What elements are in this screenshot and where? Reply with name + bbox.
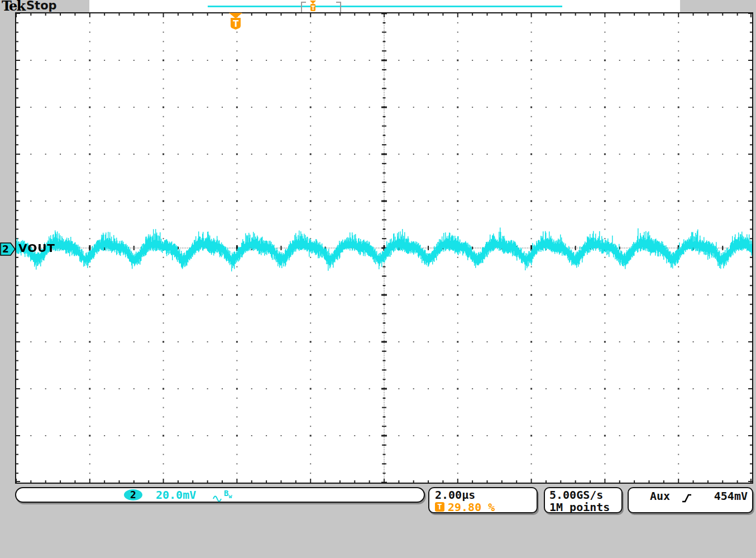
trigger-readout-box: Aux 454mV — [628, 487, 753, 513]
bandwidth-limit-label: Bw — [224, 489, 232, 499]
acquisition-readout-box: 5.00GS/s 1M points — [544, 487, 623, 513]
graticule — [15, 12, 753, 484]
bandwidth-limit-w: w — [228, 493, 232, 499]
acquisition-status: Stop — [26, 0, 57, 12]
oscilloscope-screen: Tek Stop T 2 VOUT 2 20.0mV — [0, 0, 756, 558]
timebase-readout-box: 2.00µs T 29.80 % — [428, 487, 538, 513]
trigger-position-icon: T — [228, 13, 243, 32]
waveform-canvas — [16, 13, 752, 483]
ac-coupling-icon — [213, 492, 222, 505]
channel-2-marker-icon: 2 — [0, 241, 16, 257]
trigger-badge-icon: T — [435, 502, 444, 512]
trigger-level: 454mV — [714, 489, 748, 503]
timebase-scale: 2.00µs — [435, 488, 475, 502]
record-length: 1M points — [549, 500, 610, 514]
channel-badge: 2 — [124, 489, 142, 500]
record-trigger-position-icon — [308, 1, 318, 12]
record-view-bar — [208, 6, 562, 7]
sample-rate: 5.00GS/s — [549, 488, 603, 502]
trigger-position-value: 29.80 % — [448, 500, 495, 514]
channel-2-marker-number: 2 — [2, 244, 9, 255]
trace-label: VOUT — [18, 241, 55, 255]
trigger-source: Aux — [650, 489, 670, 503]
record-window-right-bracket-icon — [336, 2, 341, 13]
record-window-left-bracket-icon — [301, 2, 306, 13]
rising-edge-icon — [681, 492, 692, 505]
channel-scale: 20.0mV — [156, 488, 196, 502]
trigger-marker-letter: T — [233, 19, 239, 29]
channel-readout-box: 2 20.0mV Bw — [15, 487, 425, 503]
